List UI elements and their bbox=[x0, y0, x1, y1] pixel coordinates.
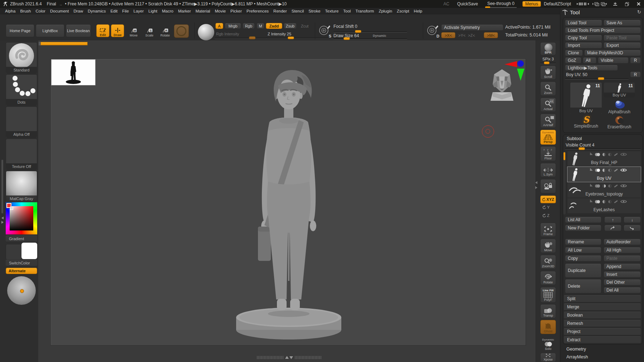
divider-panels-icon[interactable] bbox=[592, 2, 607, 6]
shrink-icon[interactable] bbox=[589, 199, 592, 203]
uv-icon[interactable] bbox=[602, 200, 606, 203]
uv-icon[interactable] bbox=[602, 169, 606, 172]
menu-help[interactable]: Help bbox=[414, 8, 423, 14]
paint-icon[interactable] bbox=[614, 200, 618, 203]
left-scrollbar[interactable] bbox=[1, 160, 3, 213]
subtool-up-button[interactable]: ↑ bbox=[604, 217, 621, 223]
menu-movie[interactable]: Movie bbox=[215, 8, 226, 14]
move-into-folder-button[interactable] bbox=[624, 225, 641, 231]
canvas-bottom-strip-left[interactable] bbox=[257, 356, 283, 359]
lightbox-button[interactable]: LightBox bbox=[36, 24, 64, 37]
menu-zplugin[interactable]: Zplugin bbox=[379, 8, 392, 14]
rotate-z-button[interactable]: Z bbox=[542, 213, 550, 218]
rename-button[interactable]: Rename bbox=[565, 239, 601, 245]
extract-section[interactable]: Extract bbox=[564, 336, 641, 343]
clone-button[interactable]: Clone bbox=[565, 50, 583, 56]
zadd-button[interactable]: Zadd bbox=[266, 23, 282, 29]
save-as-button[interactable]: Save As bbox=[604, 20, 641, 26]
goz-button[interactable]: GoZ bbox=[565, 57, 581, 64]
axis-gizmo[interactable] bbox=[504, 59, 526, 81]
project-section[interactable]: Project bbox=[564, 328, 641, 335]
secondary-color-swatch[interactable] bbox=[21, 243, 37, 259]
menu-texture[interactable]: Texture bbox=[325, 8, 339, 14]
see-through-slider[interactable]: See-through 0 bbox=[487, 1, 514, 7]
contrast-icon[interactable] bbox=[608, 169, 611, 172]
alpha-off[interactable]: Alpha Off bbox=[6, 106, 37, 138]
arraymesh-section[interactable]: ArrayMesh bbox=[566, 354, 588, 359]
menu-alpha[interactable]: Alpha bbox=[5, 8, 15, 14]
geometry-section[interactable]: Geometry bbox=[566, 347, 586, 352]
eye-icon[interactable] bbox=[620, 200, 627, 203]
subtool-row-selected[interactable]: Boy UV bbox=[567, 167, 641, 182]
eye-icon[interactable] bbox=[620, 153, 627, 156]
menu-marker[interactable]: Marker bbox=[178, 8, 191, 14]
menu-document[interactable]: Document bbox=[50, 8, 69, 14]
copy-subtool-button[interactable]: Copy bbox=[565, 255, 601, 262]
rgb-button[interactable]: Rgb bbox=[243, 23, 255, 29]
doc-progress-bar[interactable] bbox=[40, 42, 88, 45]
subtool-down-button[interactable]: ↓ bbox=[624, 217, 641, 223]
subtool-row[interactable]: Eyebrows_topology bbox=[567, 182, 641, 198]
tool-thumb-simplebrush[interactable]: S SimpleBrush bbox=[570, 116, 602, 130]
document[interactable] bbox=[51, 59, 526, 345]
panel-refresh-icon[interactable]: ↻ bbox=[637, 9, 641, 15]
make-polymesh3d-button[interactable]: Make PolyMesh3D bbox=[584, 50, 641, 56]
shrink-icon[interactable] bbox=[589, 152, 592, 156]
menu-brush[interactable]: Brush bbox=[20, 8, 31, 14]
lightbox-tools-button[interactable]: Lightbox▶Tools bbox=[565, 65, 618, 71]
brush-standard[interactable]: Standard bbox=[6, 42, 37, 74]
menu-dynamics[interactable]: Dynamics bbox=[88, 8, 106, 14]
main-color-swatch[interactable] bbox=[6, 244, 21, 260]
switchcolor-label[interactable]: SwitchColor bbox=[6, 260, 37, 266]
zsub-button[interactable]: Zsub bbox=[284, 23, 297, 29]
stroke-icon[interactable]: S bbox=[318, 24, 332, 38]
rotate-xyz-button[interactable]: XYZ bbox=[540, 195, 556, 203]
contrast-icon[interactable] bbox=[608, 153, 611, 156]
menu-file[interactable]: File bbox=[122, 8, 129, 14]
export-button[interactable]: Export bbox=[604, 42, 641, 49]
mrgb-button[interactable]: Mrgb bbox=[225, 23, 241, 29]
document-thumbnail[interactable] bbox=[51, 59, 96, 85]
symmetry-icon[interactable]: D bbox=[426, 24, 440, 38]
goz-visible-button[interactable]: Visible bbox=[598, 57, 629, 64]
shelf-collapse-arrows[interactable] bbox=[535, 180, 538, 190]
goz-r-button[interactable]: R bbox=[630, 57, 641, 64]
move-up-folder-button[interactable] bbox=[604, 225, 621, 231]
menu-preferences[interactable]: Preferences bbox=[247, 8, 269, 14]
merge-section[interactable]: Merge bbox=[564, 303, 641, 311]
rotate-y-button[interactable]: Y bbox=[542, 205, 550, 209]
canvas-bottom-strip-right[interactable] bbox=[295, 356, 321, 359]
append-button[interactable]: Append bbox=[604, 263, 641, 270]
focal-shift-slider[interactable] bbox=[333, 31, 407, 32]
sym-m-button[interactable]: >M< bbox=[484, 32, 498, 38]
boolean-section[interactable]: Boolean bbox=[564, 312, 641, 319]
menu-layer[interactable]: Layer bbox=[133, 8, 144, 14]
eye-icon[interactable] bbox=[620, 168, 627, 172]
matcap-gray[interactable]: MatCap Gray bbox=[6, 171, 37, 202]
live-boolean-button[interactable]: Live Boolean bbox=[66, 24, 91, 37]
del-other-button[interactable]: Del Other bbox=[604, 279, 641, 286]
polypaint-material-button[interactable] bbox=[174, 24, 189, 38]
menu-material[interactable]: Material bbox=[196, 8, 210, 14]
lsym-button[interactable]: L.Sym bbox=[540, 163, 556, 177]
menu-edit[interactable]: Edit bbox=[111, 8, 118, 14]
stroke-dots[interactable]: Dots bbox=[6, 74, 37, 106]
polypaint-icon[interactable] bbox=[595, 169, 600, 172]
paint-icon[interactable] bbox=[614, 169, 618, 172]
canvas-divider-arrows[interactable] bbox=[285, 356, 293, 359]
solo-button[interactable]: Dynamic Solo bbox=[540, 336, 556, 351]
gradient-color-picker[interactable] bbox=[6, 202, 37, 234]
menu-draw[interactable]: Draw bbox=[73, 8, 83, 14]
menu-render[interactable]: Render bbox=[273, 8, 287, 14]
menu-color[interactable]: Color bbox=[35, 8, 45, 14]
alternate-button[interactable]: Alternate bbox=[6, 268, 37, 274]
subtool-row[interactable]: EyeLashes bbox=[567, 198, 641, 214]
rotate3d-button[interactable]: Rotate bbox=[540, 271, 556, 285]
menu-picker[interactable]: Picker bbox=[230, 8, 242, 14]
polypaint-icon[interactable] bbox=[595, 184, 600, 188]
subtool-scrollbar[interactable] bbox=[563, 152, 566, 214]
quicksave-button[interactable]: QuickSave bbox=[457, 1, 478, 6]
copy-tool-button[interactable]: Copy Tool bbox=[565, 35, 602, 41]
tool-name-slider[interactable] bbox=[565, 78, 629, 79]
minimize-button[interactable] bbox=[613, 2, 617, 6]
